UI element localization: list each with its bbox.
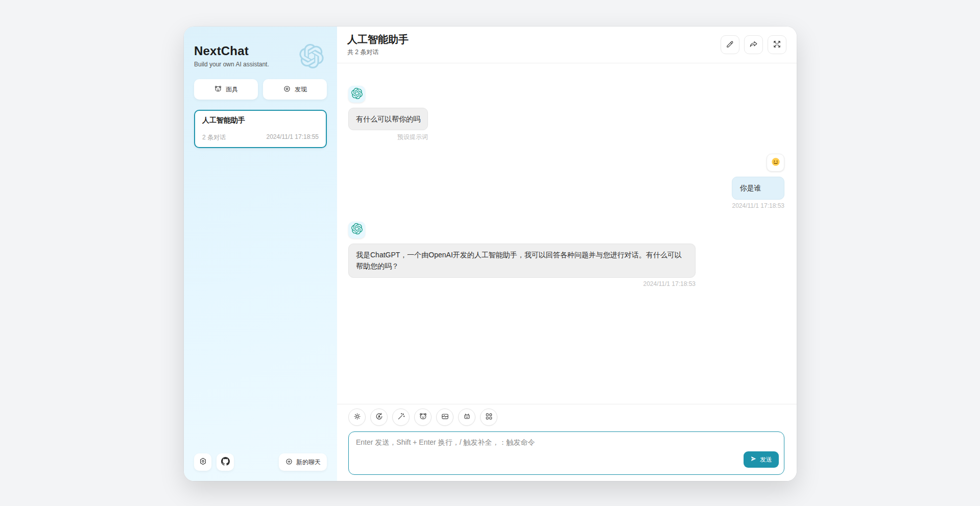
paper-plane-icon [750, 455, 757, 464]
desktop-background: NextChat Build your own AI assistant. 面具… [0, 0, 980, 506]
message-timestamp: 2024/11/1 17:18:53 [732, 202, 784, 209]
settings-gear-icon [199, 457, 207, 467]
chat-header-titles: 人工智能助手 共 2 条对话 [347, 33, 409, 57]
github-icon [221, 457, 230, 467]
chat-list: 人工智能助手 2 条对话 2024/11/1 17:18:55 [194, 110, 327, 453]
robot-icon [463, 412, 471, 422]
fullscreen-button[interactable] [768, 35, 786, 54]
message-bubble[interactable]: 有什么可以帮你的吗 [348, 108, 428, 130]
chat-header: 人工智能助手 共 2 条对话 [337, 27, 797, 63]
chat-main: 人工智能助手 共 2 条对话 [337, 27, 797, 481]
chat-input-toolbar [348, 408, 784, 426]
chat-item-meta: 2 条对话 2024/11/1 17:18:55 [202, 133, 319, 142]
fullscreen-icon [773, 40, 781, 50]
chat-input-box: 发送 [348, 431, 784, 475]
clear-context-icon [441, 412, 449, 422]
theme-toggle-button[interactable] [370, 408, 388, 426]
pencil-icon [726, 40, 734, 50]
nextchat-window: NextChat Build your own AI assistant. 面具… [184, 27, 797, 481]
theme-auto-icon [375, 412, 384, 422]
user-avatar [767, 154, 784, 172]
assistant-avatar [348, 222, 365, 238]
chat-input-panel: 发送 [337, 404, 797, 481]
mask-icon [214, 85, 222, 94]
send-button[interactable]: 发送 [744, 451, 779, 468]
chat-item-count: 2 条对话 [202, 133, 226, 142]
chat-header-actions [721, 35, 786, 54]
rename-button[interactable] [721, 35, 739, 54]
discover-button[interactable]: 发现 [263, 79, 327, 100]
sidebar: NextChat Build your own AI assistant. 面具… [184, 27, 337, 481]
model-select-button[interactable] [458, 408, 475, 426]
new-chat-button[interactable]: 新的聊天 [279, 453, 327, 471]
assistant-avatar [348, 86, 365, 103]
discover-button-label: 发现 [295, 85, 307, 94]
message-timestamp: 2024/11/1 17:18:53 [643, 280, 696, 287]
plus-circle-icon [285, 457, 293, 467]
settings-button[interactable] [194, 453, 211, 471]
new-chat-label: 新的聊天 [296, 458, 321, 467]
openai-logo-icon [351, 88, 363, 101]
chat-item-time: 2024/11/1 17:18:55 [266, 133, 319, 142]
discover-icon [283, 85, 291, 94]
share-button[interactable] [744, 35, 763, 54]
message-assistant: 我是ChatGPT，一个由OpenAI开发的人工智能助手，我可以回答各种问题并与… [348, 222, 784, 287]
message-assistant: 有什么可以帮你的吗 预设提示词 [348, 86, 784, 141]
github-button[interactable] [217, 453, 234, 471]
chat-input[interactable] [349, 432, 784, 474]
send-button-label: 发送 [760, 455, 772, 464]
openai-logo [299, 44, 324, 68]
prompts-button[interactable] [392, 408, 410, 426]
masks-button-label: 面具 [226, 85, 238, 94]
chat-title[interactable]: 人工智能助手 [347, 33, 409, 46]
plugins-button[interactable] [480, 408, 497, 426]
message-bubble[interactable]: 你是谁 [732, 177, 784, 199]
chat-subtitle: 共 2 条对话 [347, 48, 409, 57]
masks-toolbar-button[interactable] [414, 408, 432, 426]
message-bubble[interactable]: 我是ChatGPT，一个由OpenAI开发的人工智能助手，我可以回答各种问题并与… [348, 244, 696, 278]
gear-icon [353, 412, 362, 422]
message-user: 你是谁 2024/11/1 17:18:53 [348, 154, 784, 209]
message-footer: 预设提示词 [397, 133, 428, 141]
masks-button[interactable]: 面具 [194, 79, 258, 100]
sidebar-footer: 新的聊天 [194, 453, 327, 471]
grid-icon [485, 412, 493, 422]
chat-item-title: 人工智能助手 [202, 116, 319, 125]
magic-wand-icon [397, 412, 405, 422]
share-icon [749, 40, 758, 50]
openai-logo-icon [351, 223, 363, 236]
chat-list-item[interactable]: 人工智能助手 2 条对话 2024/11/1 17:18:55 [194, 110, 327, 148]
mask-icon [419, 412, 427, 422]
smiley-emoji-icon [771, 157, 781, 169]
clear-context-button[interactable] [436, 408, 453, 426]
message-list[interactable]: 有什么可以帮你的吗 预设提示词 你是谁 2024/11/1 17:18:53 [337, 63, 797, 404]
sidebar-actions: 面具 发现 [194, 79, 327, 100]
chat-settings-button[interactable] [348, 408, 366, 426]
